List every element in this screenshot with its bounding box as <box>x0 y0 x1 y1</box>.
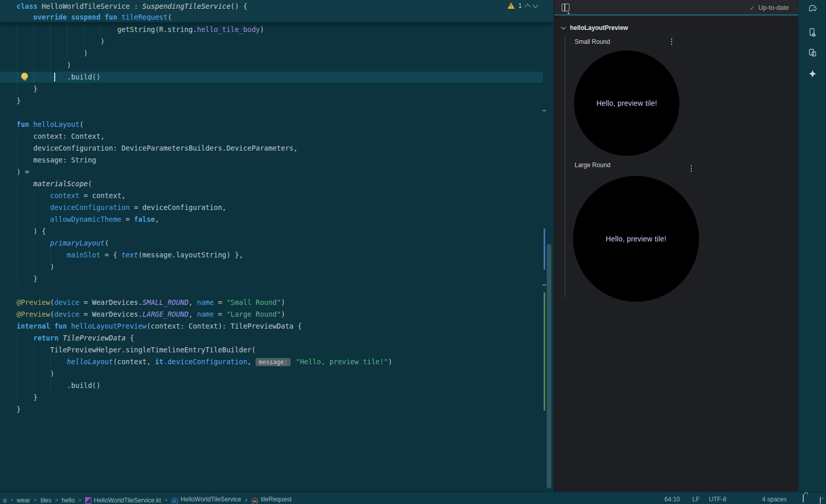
code-token: .build() <box>17 73 101 81</box>
code-editor[interactable]: getString(R.string.hello_tile_body) ) ) … <box>0 0 553 492</box>
indent-widget[interactable]: 4 spaces <box>762 496 787 503</box>
code-line[interactable]: materialScope( <box>0 178 553 190</box>
code-token: message: String <box>17 156 96 164</box>
tile-preview-small-round[interactable]: Hello, preview tile! <box>574 51 679 156</box>
tile-preview-large-round[interactable]: Hello, preview tile! <box>573 176 699 302</box>
code-line[interactable]: message: String <box>0 154 553 166</box>
code-line[interactable]: ) = <box>0 166 553 178</box>
tile-preview-panel: ✓ Up-to-date helloLayoutPreview Small Ro… <box>554 0 798 492</box>
code-line[interactable]: allowDynamicTheme = false, <box>0 214 553 225</box>
gradle-icon[interactable] <box>807 3 818 13</box>
error-stripe-mark[interactable] <box>543 110 546 111</box>
code-token: ) <box>260 25 264 34</box>
chevron-down-icon[interactable] <box>532 2 538 8</box>
code-token: ) <box>17 369 54 378</box>
breadcrumb-item[interactable]: CHelloWorldTileService <box>171 496 241 504</box>
code-line[interactable]: TilePreviewHelper.singleTimelineEntryTil… <box>0 344 553 356</box>
code-line[interactable]: fun helloLayout( <box>0 119 553 131</box>
code-line[interactable]: ) <box>0 59 553 71</box>
code-line[interactable]: internal fun helloLayoutPreview(context:… <box>0 320 553 332</box>
sticky-lines-header[interactable]: class HelloWorldTileService : Suspending… <box>0 0 553 23</box>
indent-guide <box>34 190 34 225</box>
code-line[interactable]: helloLayout(context, it.deviceConfigurat… <box>0 356 553 368</box>
caret-position-widget[interactable]: 64:10 <box>664 496 680 503</box>
notification-triangle-icon[interactable] <box>742 497 747 504</box>
code-token <box>17 180 34 188</box>
code-line[interactable]: } <box>0 273 553 285</box>
breadcrumb-separator: > <box>165 497 168 503</box>
intention-bulb-icon[interactable] <box>21 73 28 79</box>
code-token: class <box>17 2 38 10</box>
indent-guide <box>17 332 18 403</box>
code-token: = WearDevices. <box>80 310 142 318</box>
breadcrumb-item[interactable]: o <box>3 497 7 504</box>
code-line[interactable]: mainSlot = { text(message.layoutString) … <box>0 249 553 261</box>
status-bar: o>wear>tiles>hello>HelloWorldTileService… <box>0 492 826 504</box>
code-line[interactable]: .build() <box>0 71 543 83</box>
code-line[interactable]: @Preview(device = WearDevices.SMALL_ROUN… <box>0 297 553 308</box>
device-manager-icon[interactable] <box>807 27 818 37</box>
code-line[interactable]: context: Context, <box>0 131 553 142</box>
code-line[interactable]: ) <box>0 261 553 273</box>
code-line[interactable] <box>0 285 553 297</box>
code-line[interactable]: deviceConfiguration: DeviceParametersBui… <box>0 142 553 154</box>
error-stripe-mark[interactable] <box>543 284 546 286</box>
preview-section-header[interactable]: helloLayoutPreview <box>562 24 628 31</box>
breadcrumb-label: tileRequest <box>261 496 292 503</box>
code-line[interactable]: ) <box>0 47 553 59</box>
code-line[interactable]: @Preview(device = WearDevices.LARGE_ROUN… <box>0 308 553 320</box>
preview-name-large-round: Large Round <box>575 161 610 169</box>
code-line[interactable]: deviceConfiguration = deviceConfiguratio… <box>0 202 553 214</box>
code-token: = WearDevices. <box>80 298 142 306</box>
breadcrumb-item[interactable]: HelloWorldTileService.kt <box>85 497 161 504</box>
gemini-icon[interactable] <box>807 69 818 79</box>
code-area[interactable]: getString(R.string.hello_tile_body) ) ) … <box>0 24 553 415</box>
power-save-icon[interactable] <box>820 497 821 504</box>
code-token: ) <box>281 298 285 306</box>
code-line[interactable]: ) { <box>0 225 553 237</box>
indent-guide <box>17 24 18 95</box>
code-line[interactable]: } <box>0 403 553 415</box>
vcs-change-marker[interactable] <box>544 229 545 270</box>
sticky-code-line[interactable]: class HelloWorldTileService : Suspending… <box>0 1 553 12</box>
code-token: .build() <box>17 381 101 389</box>
sticky-code-line[interactable]: override suspend fun tileRequest( <box>0 12 553 23</box>
code-token: hello_tile_body <box>197 25 260 34</box>
code-line[interactable]: context = context, <box>0 190 553 202</box>
code-line[interactable]: .build() <box>0 380 553 392</box>
breadcrumb-item[interactable]: wear <box>17 497 30 504</box>
breadcrumb-item[interactable]: hello <box>62 497 75 504</box>
layout-view-icon[interactable] <box>562 4 569 11</box>
indent-guide <box>100 24 100 36</box>
vcs-added-marker[interactable] <box>544 292 545 411</box>
preview-menu-kebab-icon[interactable] <box>689 164 694 173</box>
code-token: tileRequest <box>117 13 168 21</box>
line-separator-widget[interactable]: LF <box>692 496 700 503</box>
chevron-up-icon[interactable] <box>525 4 530 9</box>
code-token: TilePreviewData <box>58 334 125 342</box>
running-devices-icon[interactable] <box>807 47 818 58</box>
chevron-down-icon <box>561 25 566 30</box>
code-line[interactable] <box>0 107 553 119</box>
code-line[interactable]: } <box>0 95 553 107</box>
code-line[interactable]: } <box>0 83 553 95</box>
code-token: ( <box>80 120 84 128</box>
unlock-icon[interactable] <box>803 495 804 502</box>
inspections-widget[interactable]: ! 1 <box>507 2 537 10</box>
code-token: LARGE_ROUND <box>142 310 188 318</box>
code-token: = deviceConfiguration, <box>130 203 226 212</box>
code-line[interactable]: ) <box>0 368 553 380</box>
encoding-widget[interactable]: UTF-8 <box>709 496 726 503</box>
breadcrumb-item[interactable]: mtileRequest <box>251 496 292 504</box>
code-token: = context, <box>80 191 125 200</box>
tile-text: Hello, preview tile! <box>596 99 657 107</box>
preview-menu-kebab-icon[interactable] <box>669 37 674 46</box>
code-line[interactable]: primaryLayout( <box>0 237 553 249</box>
breadcrumb-separator: > <box>245 497 248 503</box>
breadcrumb-item[interactable]: tiles <box>40 497 51 504</box>
code-line[interactable]: } <box>0 392 553 403</box>
indent-guide <box>34 344 34 392</box>
editor-scrollbar[interactable] <box>547 244 551 489</box>
code-line[interactable]: return TilePreviewData { <box>0 332 553 344</box>
breadcrumb-separator: > <box>55 497 58 503</box>
